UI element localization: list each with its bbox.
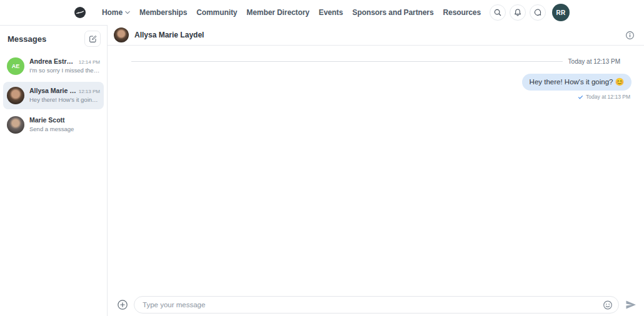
conversation-time: 12:14 PM <box>79 59 100 65</box>
bell-icon <box>513 8 522 17</box>
avatar-initials: AE <box>7 57 24 75</box>
send-icon <box>625 299 637 311</box>
nav-item-memberships-label: Memberships <box>139 8 187 17</box>
conversation-item-allysa-marie-laydel[interactable]: Allysa Marie Laydel 12:13 PM Hey there! … <box>3 82 104 109</box>
chat-partner-name: Allysa Marie Laydel <box>134 31 618 39</box>
conversation-list: AE Andrea Estrella 12:14 PM I'm so sorry… <box>0 51 107 140</box>
conversation-preview: I'm so sorry I missed the last info sess… <box>29 67 100 74</box>
nav-item-community-label: Community <box>196 8 237 17</box>
receipt-time: Today at 12:13 PM <box>586 94 630 100</box>
nav-item-resources-label: Resources <box>443 8 481 17</box>
emoji-button[interactable] <box>602 300 613 310</box>
nav-item-community[interactable]: Community <box>196 8 237 17</box>
content-area: Messages AE Andrea Estrella 12:14 PM <box>0 25 644 316</box>
conversation-summary: Allysa Marie Laydel 12:13 PM Hey there! … <box>29 87 100 103</box>
send-button[interactable] <box>624 298 638 312</box>
conversation-name: Marie Scott <box>29 116 65 124</box>
avatar-photo <box>7 116 24 134</box>
message-bubble[interactable]: Hey there! How's it going? 😊 <box>522 74 631 91</box>
user-avatar[interactable]: RR <box>552 4 570 21</box>
compose-button[interactable] <box>84 31 101 47</box>
sidebar-title: Messages <box>8 34 46 44</box>
app-root: Home Memberships Community Member Direct… <box>0 0 644 316</box>
plus-circle-icon <box>117 299 128 310</box>
avatar-photo <box>7 87 24 104</box>
conversation-summary: Andrea Estrella 12:14 PM I'm so sorry I … <box>29 57 100 74</box>
conversation-summary: Marie Scott Send a message <box>29 116 100 132</box>
search-icon <box>493 8 502 17</box>
conversation-info-button[interactable] <box>624 29 635 41</box>
conversation-item-marie-scott[interactable]: Marie Scott Send a message <box>3 111 104 139</box>
chat-partner-avatar[interactable] <box>114 27 129 42</box>
message-input-wrapper <box>134 296 619 314</box>
conversation-name: Andrea Estrella <box>29 57 76 65</box>
notifications-button[interactable] <box>510 4 526 21</box>
compose-icon <box>89 35 97 43</box>
emoji-smiley-icon <box>603 300 613 310</box>
app-logo[interactable] <box>74 7 86 18</box>
conversation-item-andrea-estrella[interactable]: AE Andrea Estrella 12:14 PM I'm so sorry… <box>3 52 104 80</box>
message-input[interactable] <box>143 301 597 309</box>
chevron-down-icon <box>125 11 130 14</box>
sidebar-header: Messages <box>0 26 107 51</box>
conversation-name: Allysa Marie Laydel <box>29 87 76 94</box>
chat-bubble-icon <box>533 8 542 17</box>
nav-item-events-label: Events <box>319 8 343 17</box>
nav-item-events[interactable]: Events <box>319 8 343 17</box>
nav-item-sponsors-and-partners[interactable]: Sponsors and Partners <box>353 8 434 17</box>
messages-sidebar: Messages AE Andrea Estrella 12:14 PM <box>0 25 108 316</box>
sent-check-icon <box>578 94 583 100</box>
search-button[interactable] <box>490 4 506 21</box>
primary-nav: Home Memberships Community Member Direct… <box>102 8 481 17</box>
conversation-preview: Send a message <box>29 126 100 132</box>
nav-item-member-directory[interactable]: Member Directory <box>246 8 309 17</box>
divider-date-label: Today at 12:13 PM <box>568 58 620 65</box>
info-icon <box>625 31 635 40</box>
nav-item-resources[interactable]: Resources <box>443 8 481 17</box>
chat-header: Allysa Marie Laydel <box>108 25 644 46</box>
date-divider: Today at 12:13 PM <box>131 58 620 65</box>
top-nav: Home Memberships Community Member Direct… <box>0 0 644 25</box>
attach-button[interactable] <box>116 299 129 311</box>
messages-button[interactable] <box>530 4 546 21</box>
nav-item-home[interactable]: Home <box>102 8 130 17</box>
conversation-time: 12:13 PM <box>79 89 100 94</box>
chat-body: Today at 12:13 PM Hey there! How's it go… <box>108 46 644 292</box>
message-composer <box>108 292 644 316</box>
logo-icon <box>74 7 86 18</box>
nav-item-home-label: Home <box>102 8 123 17</box>
nav-item-memberships[interactable]: Memberships <box>139 8 187 17</box>
divider-line <box>131 61 563 62</box>
chat-panel: Allysa Marie Laydel Today at 12:13 PM He… <box>108 25 644 316</box>
conversation-preview: Hey there! How's it going? 😊 <box>29 96 100 103</box>
nav-item-member-directory-label: Member Directory <box>246 8 309 17</box>
read-receipt: Today at 12:13 PM <box>578 94 630 100</box>
nav-item-sponsors-label: Sponsors and Partners <box>353 8 434 17</box>
outgoing-message-row: Hey there! How's it going? 😊 Today at 12… <box>120 74 631 100</box>
nav-actions: RR <box>490 4 570 21</box>
